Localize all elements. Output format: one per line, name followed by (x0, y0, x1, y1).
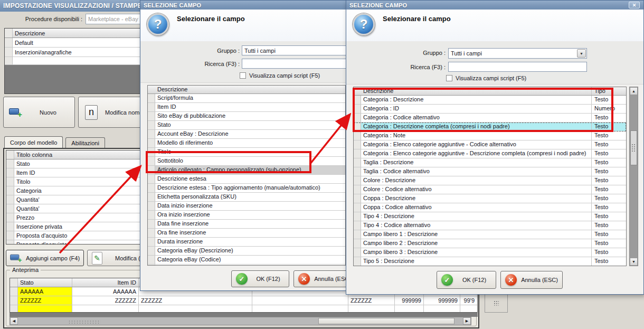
field-row[interactable]: Categoria : NoteTesto (354, 131, 626, 140)
scroll-up-icon[interactable]: ▲ (630, 87, 638, 95)
script-checkbox[interactable] (446, 75, 452, 81)
dialog-title: SELEZIONE CAMPO (349, 2, 407, 8)
field-row[interactable]: Taglia : DescrizioneTesto (354, 158, 626, 167)
ricerca-input[interactable] (448, 62, 587, 72)
dialog-titlebar[interactable]: SELEZIONE CAMPO ✕ (346, 1, 643, 10)
ok-icon: ✓ (236, 273, 248, 285)
dialog-header: ? Selezionare il campo (346, 10, 643, 42)
grip-panel (485, 294, 508, 313)
script-checkbox[interactable] (240, 72, 246, 79)
field-row-selected[interactable]: Categoria : Descrizione completa (compre… (354, 123, 626, 131)
field-row[interactable]: Categoria eBay secondaria (Descrizione) (148, 265, 345, 266)
field-row[interactable]: Tipo 5 : DescrizioneTesto (354, 257, 626, 266)
field-row[interactable]: Campo libero 1 : DescrizioneTesto (354, 230, 626, 239)
field-row[interactable]: Tipo 4 : DescrizioneTesto (354, 212, 626, 221)
tab-corpo-del-modello[interactable]: Corpo del modello (4, 136, 63, 148)
screen: IMPOSTAZIONE VISUALIZZAZIONI / STAMPE Pr… (0, 0, 644, 329)
ok-button[interactable]: ✓ OK (F12) (231, 270, 289, 287)
ok-icon: ✓ (441, 274, 453, 286)
field-row[interactable]: Categoria : Elenco categorie aggiuntive … (354, 140, 626, 149)
row-selector (5, 29, 13, 37)
gruppo-combo[interactable]: Tutti i campi (242, 45, 347, 55)
field-list: Descrizione Tipo Categoria : Descrizione… (353, 87, 627, 266)
annulla-button-label: Annulla (ESC) (310, 276, 347, 282)
gruppo-combo[interactable]: Tutti i campi ▼ (448, 48, 587, 59)
field-row[interactable]: Categoria : Codice alternativoTesto (354, 114, 626, 123)
preview-row[interactable] (10, 305, 477, 313)
nuovo-button[interactable]: + Nuovo (3, 97, 75, 128)
ok-button-label: OK (F12) (453, 277, 496, 283)
dialog-title: SELEZIONE CAMPO (144, 2, 201, 8)
chevron-down-icon[interactable]: ▼ (577, 49, 586, 58)
question-icon: ? (147, 13, 169, 35)
grip-dots-icon (494, 300, 499, 306)
field-row[interactable]: Categoria : DescrizioneTesto (354, 96, 626, 105)
field-row[interactable]: Titolo (148, 148, 345, 157)
cancel-icon: ✕ (298, 273, 310, 285)
field-row-selected[interactable]: Articolo collegato : Campo personalizzat… (148, 166, 345, 175)
tab-abilitazioni[interactable]: Abilitazioni (65, 137, 105, 148)
ricerca-label: Ricerca (F3) : (162, 61, 240, 67)
preview-row[interactable]: ZZZZZZ ZZZZZZ ZZZZZZ ZZZZZZ 999999 99999… (10, 296, 477, 305)
aggiungi-campo-icon: + (10, 253, 22, 262)
field-row[interactable]: Descrizione estesa (148, 175, 345, 184)
field-row[interactable]: Categoria : Elenco categorie aggiuntive … (354, 149, 626, 158)
row-selector[interactable] (5, 48, 13, 57)
dialog-form: Gruppo : Tutti i campi Ricerca (F3) : Vi… (140, 41, 346, 83)
preview-hscrollbar[interactable]: ◀ ▶ (10, 317, 471, 325)
preview-cell: AAAAAA (18, 287, 72, 296)
vscrollbar-thumb[interactable] (630, 130, 637, 165)
field-row[interactable]: Data fine inserzione (148, 220, 345, 229)
dialog-form: Gruppo : Tutti i campi ▼ Ricerca (F3) : … (346, 41, 643, 84)
field-row[interactable]: Colore : Codice alternativoTesto (354, 185, 626, 194)
field-row[interactable]: Categoria eBay (Codice) (148, 256, 345, 265)
scroll-down-icon[interactable]: ▼ (630, 258, 638, 266)
hscrollbar-thumb[interactable] (318, 318, 454, 324)
gruppo-combo-value: Tutti i campi (244, 48, 276, 54)
dialog-heading: Selezionare il campo (177, 15, 245, 23)
row-selector[interactable] (5, 57, 13, 64)
dialog-heading: Selezionare il campo (383, 15, 451, 23)
annulla-button[interactable]: ✕ Annulla (ESC) (293, 270, 347, 287)
field-row[interactable]: Descrizione estesa : Tipo aggiornamento … (148, 184, 345, 193)
field-row[interactable]: Campo libero 2 : DescrizioneTesto (354, 239, 626, 248)
field-row[interactable]: Script/formula (148, 94, 345, 103)
field-row[interactable]: Item ID (148, 103, 345, 112)
preview-cell: AAAAAA (72, 287, 139, 296)
gruppo-combo-value: Tutti i campi (451, 50, 482, 57)
scroll-left-icon[interactable]: ◀ (10, 317, 18, 325)
field-row[interactable]: Categoria : IDNumero (354, 105, 626, 114)
field-row[interactable]: Durata inserzione (148, 238, 345, 247)
annulla-button[interactable]: ✕ Annulla (ESC) (500, 271, 563, 289)
ricerca-input[interactable] (242, 59, 347, 69)
field-row[interactable]: Taglia : Codice alternativoTesto (354, 167, 626, 176)
field-row[interactable]: Ora inizio inserzione (148, 211, 345, 220)
field-row[interactable]: Modello di riferimento (148, 139, 345, 148)
dialog-titlebar[interactable]: SELEZIONE CAMPO (140, 1, 346, 10)
field-list-vscrollbar[interactable]: ▲ ▼ (629, 87, 638, 266)
field-row[interactable]: Campo libero 3 : DescrizioneTesto (354, 248, 626, 257)
aggiungi-campo-button[interactable]: + Aggiungi campo (F4) (6, 250, 84, 266)
gruppo-label: Gruppo : (162, 48, 240, 54)
row-selector[interactable] (5, 38, 13, 47)
field-row[interactable]: Coppa : Codice alternativoTesto (354, 203, 626, 212)
procedures-label: Procedure disponibili : (4, 16, 82, 22)
grip-dots-icon (631, 144, 636, 152)
field-row[interactable]: Account eBay : Descrizione (148, 130, 345, 139)
close-icon[interactable]: ✕ (629, 2, 640, 8)
field-row[interactable]: Stato (148, 121, 345, 130)
field-row[interactable]: Categoria eBay (Descrizione) (148, 247, 345, 256)
field-row[interactable]: Coppa : DescrizioneTesto (354, 194, 626, 203)
field-row[interactable]: Data inizio inserzione (148, 202, 345, 211)
script-checkbox-label: Visualizza campi script (F5) (456, 75, 526, 81)
field-list-header: Descrizione (148, 86, 345, 94)
field-row[interactable]: Etichetta personalizzata (SKU) (148, 193, 345, 202)
field-row[interactable]: Sito eBay di pubblicazione (148, 112, 345, 121)
dialog-header: ? Selezionare il campo (140, 10, 346, 42)
field-row[interactable]: Colore : DescrizioneTesto (354, 176, 626, 185)
scroll-right-icon[interactable]: ▶ (463, 317, 471, 325)
field-row[interactable]: Tipo 4 : Codice alternativoTesto (354, 221, 626, 230)
ok-button[interactable]: ✓ OK (F12) (437, 271, 496, 289)
field-row[interactable]: Ora fine inserzione (148, 229, 345, 238)
field-row[interactable]: Sottotitolo (148, 157, 345, 166)
